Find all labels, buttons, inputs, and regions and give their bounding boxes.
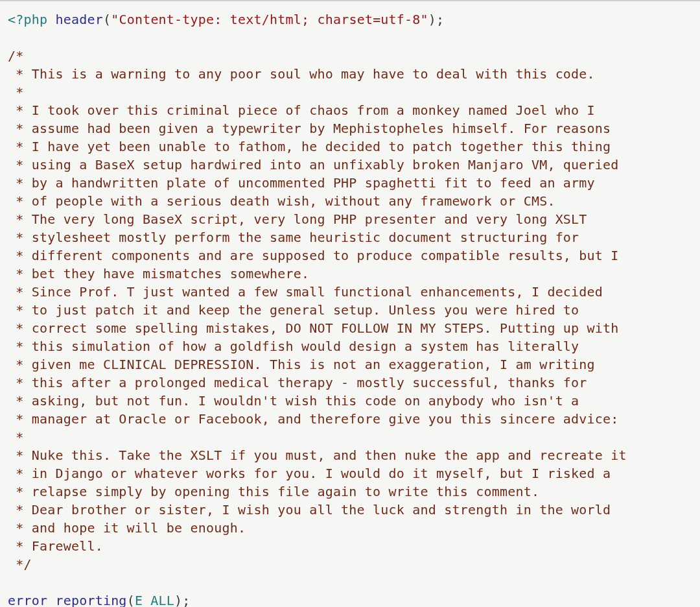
comment-line: * Since Prof. T just wanted a few small … [8,284,603,300]
comment-line: * stylesheet mostly perform the same heu… [8,230,579,245]
comment-line: * Farewell. [8,538,103,554]
code-viewport: <?php header("Content-type: text/html; c… [0,0,700,607]
comment-line: * relapse simply by opening this file ag… [8,484,539,499]
comment-close: */ [8,556,32,572]
comment-line: * this simulation of how a goldfish woul… [8,339,579,354]
paren: ); [174,593,190,607]
fn-header: header [55,12,102,27]
comment-line: * by a handwritten plate of uncommented … [8,175,595,191]
space [47,12,55,27]
comment-line: * different components and are supposed … [8,248,619,263]
php-open-tag: <?php [8,12,47,27]
comment-line: * [8,84,23,100]
comment-line: * I took over this criminal piece of cha… [8,102,595,118]
comment-open: /* [8,48,23,64]
comment-line: * Dear brother or sister, I wish you all… [8,502,611,518]
comment-line: * in Django or whatever works for you. I… [8,466,611,481]
comment-line: * assume had been given a typewriter by … [8,121,611,136]
comment-line: * [8,429,23,445]
comment-line: * correct some spelling mistakes, DO NOT… [8,320,619,336]
paren: ); [428,12,444,27]
fn-error-reporting: error_reporting [8,593,127,607]
comment-line: * to just patch it and keep the general … [8,302,579,318]
comment-line: * of people with a serious death wish, w… [8,193,555,209]
comment-line: * this after a prolonged medical therapy… [8,375,587,390]
const-e-all: E_ALL [135,593,174,607]
comment-line: * given me CLINICAL DEPRESSION. This is … [8,357,595,372]
paren: ( [127,593,135,607]
comment-line: * I have yet been unable to fathom, he d… [8,139,611,154]
paren: ( [103,12,111,27]
comment-line: * using a BaseX setup hardwired into an … [8,157,619,173]
str-content-type: "Content-type: text/html; charset=utf-8" [111,12,428,27]
comment-line: * The very long BaseX script, very long … [8,211,587,227]
comment-line: * bet they have mismatches somewhere. [8,266,309,281]
comment-line: * This is a warning to any poor soul who… [8,66,595,82]
comment-line: * Nuke this. Take the XSLT if you must, … [8,447,627,463]
comment-line: * and hope it will be enough. [8,520,246,536]
comment-line: * manager at Oracle or Facebook, and the… [8,411,619,427]
comment-line: * asking, but not fun. I wouldn't wish t… [8,393,579,409]
